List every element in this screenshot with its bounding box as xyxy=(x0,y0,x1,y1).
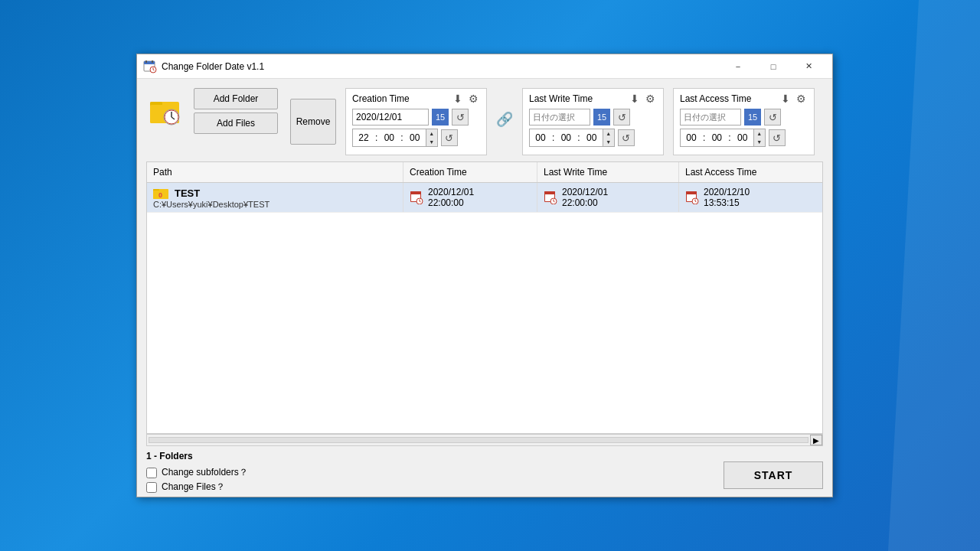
last-write-time-icons: ⬇ ⚙ xyxy=(629,93,657,104)
access-date-reset-button[interactable]: ↺ xyxy=(764,109,781,126)
folder-path: C:¥Users¥yuki¥Desktop¥TEST xyxy=(153,200,270,209)
access-cal-button[interactable]: 15 xyxy=(744,109,761,126)
creation-time-cell: 2020/12/01 22:00:00 xyxy=(403,183,537,212)
bottom-bar: 1 - Folders Change subfolders？ Change Fi… xyxy=(137,446,832,497)
write-min-input[interactable] xyxy=(555,129,577,146)
app-icon xyxy=(143,60,157,73)
change-subfolders-checkbox-row[interactable]: Change subfolders？ xyxy=(146,466,823,479)
last-write-time-field: : : ▲ ▼ xyxy=(529,129,615,147)
access-hour-input[interactable] xyxy=(681,129,702,146)
svg-text:0: 0 xyxy=(158,191,162,199)
write-time-cell-icon xyxy=(544,191,557,204)
creation-time-header: Creation Time ⬇ ⚙ xyxy=(352,93,480,104)
write-sec-input[interactable] xyxy=(581,129,603,146)
last-write-date-row: 15 ↺ xyxy=(529,109,657,126)
creation-time-cell-icon xyxy=(410,191,423,204)
access-time-cell-icon xyxy=(685,191,699,204)
creation-cal-button[interactable]: 15 xyxy=(432,109,449,126)
creation-settings-icon[interactable]: ⚙ xyxy=(467,93,480,104)
scrollbar-right-button[interactable]: ▶ xyxy=(810,435,822,445)
creation-hour-input[interactable] xyxy=(353,129,374,146)
change-subfolders-checkbox[interactable] xyxy=(146,468,157,478)
creation-sec-input[interactable] xyxy=(404,129,426,146)
creation-date-input[interactable] xyxy=(352,109,429,126)
last-access-date-input[interactable] xyxy=(680,109,741,126)
col-creation: Creation Time xyxy=(403,162,537,182)
creation-time-up[interactable]: ▲ xyxy=(426,129,437,138)
creation-time-field: : : ▲ ▼ xyxy=(352,129,438,147)
scrollbar-track[interactable] xyxy=(149,437,808,443)
last-access-time-row: : : ▲ ▼ ↺ xyxy=(680,129,808,147)
write-time-down[interactable]: ▼ xyxy=(603,138,614,146)
svg-rect-3 xyxy=(152,60,153,63)
folder-with-clock-icon xyxy=(149,94,182,128)
path-cell: 0 TEST C:¥Users¥yuki¥Desktop¥TEST xyxy=(147,183,403,212)
maximize-button[interactable]: □ xyxy=(756,54,791,79)
creation-min-input[interactable] xyxy=(378,129,400,146)
top-section: Add Folder Add Files Remove Creation Tim… xyxy=(137,79,832,161)
title-bar: Change Folder Date v1.1 − □ ✕ xyxy=(137,54,832,79)
remove-button[interactable]: Remove xyxy=(290,99,336,145)
change-subfolders-label: Change subfolders？ xyxy=(162,466,248,479)
write-settings-icon[interactable]: ⚙ xyxy=(644,93,657,104)
last-access-time-icons: ⬇ ⚙ xyxy=(779,93,808,104)
creation-time-icons: ⬇ ⚙ xyxy=(452,93,480,104)
access-sec-input[interactable] xyxy=(732,129,753,146)
creation-time-down[interactable]: ▼ xyxy=(426,138,437,146)
last-access-date-row: 15 ↺ xyxy=(680,109,808,126)
access-settings-icon[interactable]: ⚙ xyxy=(795,93,808,104)
access-download-icon[interactable]: ⬇ xyxy=(779,93,792,104)
creation-time-reset-button[interactable]: ↺ xyxy=(441,129,458,146)
row-folder-icon: 0 xyxy=(153,186,170,200)
change-files-checkbox[interactable] xyxy=(146,482,157,493)
folder-name: TEST xyxy=(175,187,200,199)
main-window: Change Folder Date v1.1 − □ ✕ xyxy=(136,54,833,497)
table-row[interactable]: 0 TEST C:¥Users¥yuki¥Desktop¥TEST xyxy=(147,183,822,213)
window-controls: − □ ✕ xyxy=(720,54,826,79)
last-access-time-field: : : ▲ ▼ xyxy=(680,129,766,147)
folder-count: 1 - Folders xyxy=(146,451,823,461)
change-files-checkbox-row[interactable]: Change Files？ xyxy=(146,481,823,494)
checkboxes: Change subfolders？ Change Files？ xyxy=(146,466,823,494)
last-write-time-label: Last Write Time xyxy=(529,93,593,104)
access-time-cell: 2020/12/10 13:53:15 xyxy=(679,183,821,212)
action-buttons: Add Folder Add Files xyxy=(194,88,278,134)
creation-download-icon[interactable]: ⬇ xyxy=(452,93,464,104)
minimize-button[interactable]: − xyxy=(720,54,756,79)
write-time-up[interactable]: ▲ xyxy=(603,129,614,138)
add-files-button[interactable]: Add Files xyxy=(194,112,278,134)
write-hour-input[interactable] xyxy=(530,129,551,146)
horizontal-scrollbar[interactable]: ▶ xyxy=(146,434,823,446)
write-date-reset-button[interactable]: ↺ xyxy=(613,109,630,126)
link-icon: 🔗 xyxy=(496,88,513,128)
access-time-value: 2020/12/10 13:53:15 xyxy=(704,187,750,208)
last-write-date-input[interactable] xyxy=(529,109,590,126)
last-access-time-label: Last Access Time xyxy=(680,93,751,104)
last-access-time-header: Last Access Time ⬇ ⚙ xyxy=(680,93,808,104)
access-time-up[interactable]: ▲ xyxy=(754,129,765,138)
window-content: Add Folder Add Files Remove Creation Tim… xyxy=(137,79,832,497)
add-folder-button[interactable]: Add Folder xyxy=(194,88,278,109)
access-time-down[interactable]: ▼ xyxy=(754,138,765,146)
access-time-reset-button[interactable]: ↺ xyxy=(769,129,786,146)
col-access: Last Access Time xyxy=(679,162,821,182)
col-write: Last Write Time xyxy=(537,162,679,182)
close-button[interactable]: ✕ xyxy=(791,54,826,79)
last-write-time-header: Last Write Time ⬇ ⚙ xyxy=(529,93,657,104)
creation-date-reset-button[interactable]: ↺ xyxy=(452,109,469,126)
start-button[interactable]: START xyxy=(724,461,823,489)
write-download-icon[interactable]: ⬇ xyxy=(629,93,641,104)
write-time-value: 2020/12/01 22:00:00 xyxy=(562,187,608,208)
file-table: Path Creation Time Last Write Time Last … xyxy=(146,161,823,434)
creation-time-value: 2020/12/01 22:00:00 xyxy=(428,187,474,208)
write-time-reset-button[interactable]: ↺ xyxy=(618,129,635,146)
write-cal-button[interactable]: 15 xyxy=(593,109,610,126)
creation-time-label: Creation Time xyxy=(352,93,410,104)
table-header: Path Creation Time Last Write Time Last … xyxy=(147,162,822,183)
start-button-area: START xyxy=(724,461,823,489)
svg-rect-2 xyxy=(145,60,147,63)
access-min-input[interactable] xyxy=(706,129,727,146)
last-access-time-panel: Last Access Time ⬇ ⚙ 15 ↺ : xyxy=(673,88,815,155)
folder-icon-area xyxy=(146,88,185,134)
creation-time-row: : : ▲ ▼ ↺ xyxy=(352,129,480,147)
